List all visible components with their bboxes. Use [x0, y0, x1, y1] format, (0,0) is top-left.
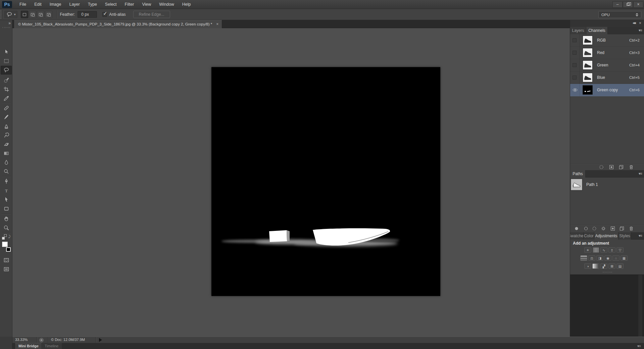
tool-crop[interactable]	[1, 85, 12, 94]
foreground-color-swatch[interactable]	[2, 242, 8, 247]
delete-channel-button[interactable]	[628, 164, 634, 170]
panel-resize-grip[interactable]	[603, 272, 612, 272]
subtract-from-selection-button[interactable]	[37, 11, 44, 18]
workspace-switcher[interactable]: OPU	[598, 11, 641, 18]
swap-colors-icon[interactable]: ⤸	[1, 234, 11, 240]
visibility-toggle[interactable]	[573, 71, 580, 84]
levels-icon[interactable]	[592, 247, 599, 253]
feather-input[interactable]: 0 px	[78, 11, 97, 18]
intersect-selection-button[interactable]	[45, 11, 52, 18]
invert-icon[interactable]: ◑	[584, 263, 591, 269]
refine-edge-button[interactable]: Refine Edge...	[133, 11, 170, 18]
tab-timeline[interactable]: Timeline	[41, 343, 62, 349]
restore-button[interactable]	[623, 1, 633, 8]
menu-type[interactable]: Type	[84, 0, 101, 9]
tab-swatches[interactable]: Swatches	[570, 232, 584, 240]
new-channel-button[interactable]	[618, 164, 624, 170]
tab-channels[interactable]: Channels	[586, 27, 608, 34]
tab-color[interactable]: Color	[584, 232, 594, 240]
vibrance-icon[interactable]: ▽	[616, 247, 624, 253]
make-work-path-button[interactable]	[600, 226, 606, 231]
close-button[interactable]: ×	[633, 1, 643, 8]
load-channel-as-selection-button[interactable]	[598, 164, 604, 170]
lasso-tool-preset[interactable]: ▾	[4, 11, 17, 18]
new-path-button[interactable]	[619, 226, 625, 231]
exposure-icon[interactable]: ±	[608, 247, 615, 253]
tool-spot-healing[interactable]	[1, 104, 12, 112]
posterize-icon[interactable]	[592, 263, 599, 269]
menu-help[interactable]: Help	[178, 0, 195, 9]
panel-menu-icon[interactable]: ▾≡	[637, 344, 641, 348]
document-tab[interactable]: © Mister_105_Black_Abrasivato_Pumps_PDP_…	[14, 20, 222, 28]
new-selection-button[interactable]	[21, 11, 28, 18]
hue-saturation-icon[interactable]	[580, 255, 587, 261]
background-color-swatch[interactable]	[6, 247, 11, 252]
channel-row-green[interactable]: Green Ctrl+4	[570, 59, 644, 71]
document-size-info[interactable]: © Doc: 12.0M/37.9M	[51, 338, 85, 342]
gradient-map-icon[interactable]: ⊠	[608, 263, 615, 269]
tab-layers[interactable]: Layers	[570, 27, 586, 34]
status-sync-icon[interactable]	[39, 338, 44, 342]
toolbar-grip[interactable]	[2, 27, 10, 28]
add-mask-button[interactable]	[610, 226, 616, 231]
delete-path-button[interactable]	[628, 226, 634, 231]
quick-mask-toggle[interactable]	[1, 256, 12, 264]
tool-path-selection[interactable]	[1, 195, 12, 204]
menu-filter[interactable]: Filter	[121, 0, 138, 9]
dock-close-icon[interactable]: ×	[639, 21, 641, 26]
stroke-path-button[interactable]	[583, 226, 589, 231]
tool-blur[interactable]	[1, 158, 12, 167]
toolbar-collapse-icon[interactable]: »	[8, 21, 10, 26]
anti-alias-checkbox[interactable]: ✓	[102, 12, 107, 17]
minimize-button[interactable]: –	[612, 1, 623, 8]
screen-mode-button[interactable]	[1, 265, 12, 273]
tool-hand[interactable]	[1, 214, 12, 223]
brightness-contrast-icon[interactable]: ☀	[584, 247, 591, 253]
tool-clone-stamp[interactable]	[1, 122, 12, 131]
tool-zoom[interactable]	[1, 223, 12, 232]
selective-color-icon[interactable]: ▤	[616, 263, 624, 269]
collapse-panels-icon[interactable]: ◀◀	[633, 21, 635, 24]
channel-row-green-copy[interactable]: Green copy Ctrl+6	[570, 84, 644, 96]
menu-file[interactable]: File	[15, 0, 30, 9]
curves-icon[interactable]: ∿	[600, 247, 607, 253]
threshold-icon[interactable]: ▞	[600, 263, 607, 269]
channel-row-red[interactable]: Red Ctrl+3	[570, 47, 644, 59]
options-grip[interactable]	[1, 10, 2, 19]
tool-pen[interactable]	[1, 177, 12, 186]
visibility-toggle[interactable]	[573, 47, 580, 59]
tool-rectangular-marquee[interactable]	[1, 57, 12, 65]
path-row[interactable]: Path 1	[570, 178, 644, 191]
visibility-toggle[interactable]	[573, 59, 580, 71]
tool-dodge[interactable]	[1, 167, 12, 176]
tab-paths[interactable]: Paths	[570, 170, 586, 178]
color-lookup-icon[interactable]: ▦	[621, 255, 628, 261]
color-balance-icon[interactable]: ⚖	[588, 255, 595, 261]
canvas[interactable]	[211, 67, 440, 296]
tool-move[interactable]	[1, 48, 12, 56]
photo-filter-icon[interactable]: ◉	[604, 255, 611, 261]
menu-select[interactable]: Select	[101, 0, 121, 9]
tool-history-brush[interactable]	[1, 131, 12, 140]
load-path-as-selection-button[interactable]	[591, 226, 597, 231]
menu-edit[interactable]: Edit	[30, 0, 46, 9]
tab-close-icon[interactable]: ×	[216, 22, 218, 27]
tool-gradient[interactable]	[1, 149, 12, 158]
channel-row-rgb[interactable]: RGB Ctrl+2	[570, 34, 644, 47]
visibility-toggle[interactable]	[573, 84, 580, 96]
tool-type[interactable]: T	[1, 186, 12, 195]
tab-styles[interactable]: Styles	[618, 232, 631, 240]
status-play-icon[interactable]	[99, 338, 102, 342]
panel-menu-icon[interactable]: ▾≡	[639, 28, 642, 33]
tool-rectangle-shape[interactable]	[1, 204, 12, 213]
tool-eraser[interactable]	[1, 140, 12, 149]
add-to-selection-button[interactable]	[29, 11, 36, 18]
zoom-level-field[interactable]: 33.33%	[15, 338, 28, 342]
channel-mixer-icon[interactable]: ∴	[612, 255, 620, 261]
black-white-icon[interactable]: ◨	[596, 255, 603, 261]
channel-row-blue[interactable]: Blue Ctrl+5	[570, 71, 644, 84]
tool-brush[interactable]	[1, 113, 12, 121]
menu-layer[interactable]: Layer	[65, 0, 84, 9]
tab-adjustments[interactable]: Adjustments	[594, 232, 618, 240]
panel-menu-icon[interactable]: ▾≡	[639, 171, 642, 176]
